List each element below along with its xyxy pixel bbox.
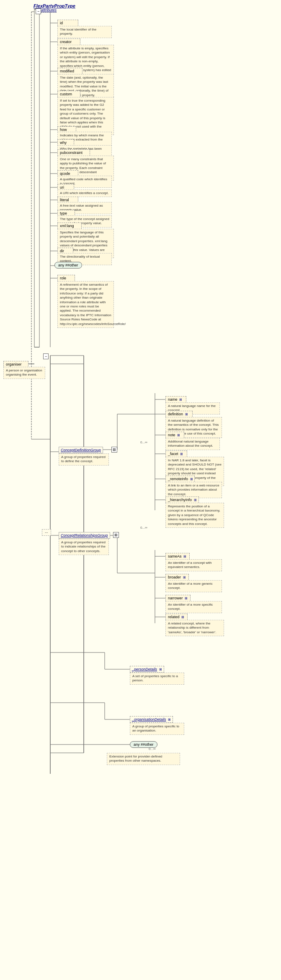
concept-rel-expand[interactable]: ⊞	[113, 532, 119, 538]
concept-def-mult: 0...∞	[140, 440, 147, 444]
broader-label: broader	[168, 575, 181, 579]
concept-def-group-box: ConceptDefinitionGroup	[59, 447, 103, 453]
attr-modified-label: modified	[60, 69, 74, 73]
attr-uri-label: uri	[60, 185, 64, 189]
attr-why-label: why	[60, 141, 67, 145]
attr-uri-desc: A URI which identifies a concept.	[57, 189, 112, 197]
ellipsis-box: ···	[42, 529, 51, 536]
broader-box: broader ⊞	[165, 574, 189, 581]
person-details-ext-icon: ⊞	[159, 668, 162, 671]
same-as-desc: An identifier of a concept with equivale…	[165, 559, 222, 571]
related-label: related	[168, 615, 180, 619]
related-box: related ⊞	[165, 614, 188, 620]
attr-qcode-label: qcode	[60, 171, 70, 176]
attr-pubconstraint-label: pubconstraint	[60, 151, 82, 155]
narrower-desc: An identifier of a more specific concept…	[165, 601, 222, 613]
person-details-box: _personDetails ⊞	[130, 666, 164, 673]
attr-custom-box: custom	[57, 91, 80, 97]
narrower-box: narrower ⊞	[165, 595, 191, 601]
remote-info-box: _remoteInfo ⊞	[165, 476, 195, 482]
attr-literal-label: literal	[60, 198, 69, 202]
attr-pubconstraint-box: pubconstraint	[57, 149, 90, 156]
definition-label: definition	[168, 412, 183, 416]
attr-xmllang-box: xml:lang	[57, 223, 82, 229]
attr-any-other-box: any ##other	[54, 262, 82, 269]
related-desc: A related concept, where the relationshi…	[165, 620, 224, 636]
remote-info-ext-icon: ⊞	[190, 477, 193, 481]
attr-type-label: type	[60, 211, 67, 215]
attr-custom-label: custom	[60, 92, 72, 96]
concept-rel-group-desc: A group of properties required to indica…	[59, 539, 109, 555]
name-label: name	[168, 397, 178, 402]
concept-def-group-label: ConceptDefinitionGroup	[61, 448, 101, 452]
note-ext-icon: ⊞	[177, 433, 180, 437]
concept-rel-group-box: ConceptRelationshipsGroup	[59, 532, 110, 539]
attributes-expand[interactable]: −	[36, 8, 41, 14]
person-details-label: _personDetails	[132, 667, 157, 671]
org-details-ext-icon: ⊞	[168, 718, 171, 722]
concept-rel-group-label: ConceptRelationshipsGroup	[61, 533, 108, 537]
hierarchy-info-box: _hierarchyInfo ⊞	[165, 496, 199, 503]
same-as-label: sameAs	[168, 554, 182, 558]
definition-ext-icon: ⊞	[185, 412, 188, 416]
person-details-desc: A set of properties specific to a person…	[130, 673, 184, 685]
hierarchy-info-desc: Represents the position of a concept in …	[165, 503, 224, 528]
hierarchy-info-label: _hierarchyInfo	[168, 498, 192, 502]
name-box: name ⊞	[165, 396, 186, 403]
name-ext-icon: ⊞	[179, 398, 182, 402]
attr-role-desc: A refinement of the semantics of the pro…	[57, 281, 114, 328]
attr-id-desc: The local identifier of the property.	[57, 26, 112, 38]
attr-creator-box: creator	[57, 38, 80, 45]
attr-creator-label: creator	[60, 40, 72, 44]
any-other-mult: 0...∞	[149, 747, 156, 751]
any-other-ext-desc: Extension point for provider-defined pro…	[107, 753, 180, 765]
main-expand[interactable]: −	[43, 353, 49, 359]
attr-xmllang-label: xml:lang	[60, 224, 74, 228]
definition-box: definition ⊞	[165, 411, 193, 417]
note-label: note	[168, 433, 175, 437]
attr-id-box: id	[57, 20, 78, 26]
broader-desc: An identifier of a more generic concept.	[165, 580, 222, 592]
narrower-label: narrower	[168, 596, 183, 600]
remote-info-label: _remoteInfo	[168, 477, 188, 481]
org-details-label: _organisationDetails	[132, 717, 166, 722]
attr-role-label: role	[60, 276, 66, 280]
attr-how-label: how	[60, 128, 67, 132]
related-ext-icon: ⊞	[181, 615, 184, 619]
same-as-ext-icon: ⊞	[183, 555, 186, 558]
svg-rect-16	[34, 9, 39, 347]
remote-info-desc: A link to an item or a web resource whic…	[165, 482, 222, 498]
organiser-label: organiser	[6, 362, 22, 366]
note-desc: Additional natural language information …	[165, 438, 220, 450]
hierarchy-info-ext-icon: ⊞	[194, 498, 197, 502]
broader-ext-icon: ⊞	[183, 576, 186, 579]
organiser-desc: A person or organisation organising the …	[3, 367, 45, 379]
attr-role-box: role	[57, 275, 75, 281]
concept-def-expand[interactable]: ⊞	[111, 447, 117, 453]
facet-box: _facet ⊞	[165, 450, 187, 457]
note-box: note ⊞	[165, 432, 184, 438]
org-details-box: _organisationDetails ⊞	[130, 716, 173, 723]
attr-dir-label: dir	[60, 249, 64, 253]
attr-id-label: id	[60, 21, 63, 25]
concept-rel-mult: 0...∞	[140, 526, 147, 530]
facet-label: _facet	[168, 452, 178, 456]
org-details-desc: A group of properties specific to an org…	[130, 723, 184, 735]
attributes-label: attributes	[41, 8, 57, 13]
concept-def-group-desc: A group of properties required to define…	[59, 453, 109, 466]
narrower-ext-icon: ⊞	[185, 596, 188, 600]
attr-modified-box: modified	[57, 68, 82, 74]
same-as-box: sameAs ⊞	[165, 553, 190, 560]
facet-ext-icon: ⊞	[180, 452, 183, 456]
